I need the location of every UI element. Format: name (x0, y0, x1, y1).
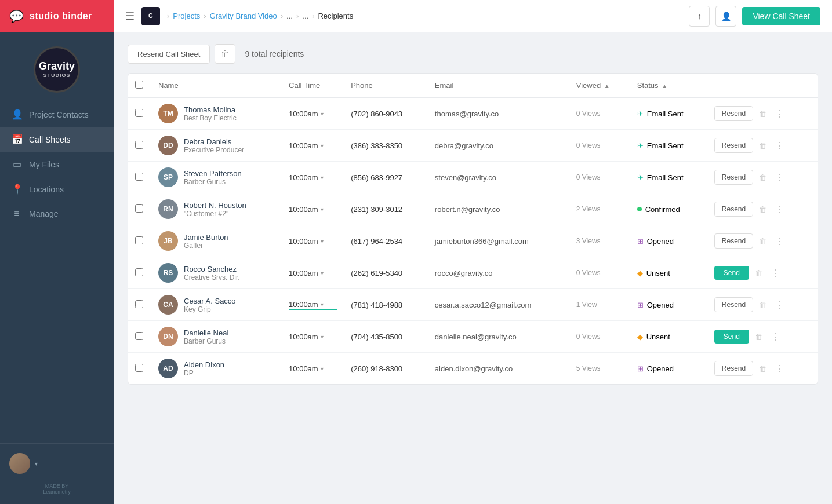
row-phone-9: (260) 918-8300 (351, 364, 402, 373)
row-avatar-7: CA (158, 295, 178, 315)
row-name-6: Rocco Sanchez (184, 265, 240, 273)
row-time-3[interactable]: 10:00am▾ (289, 173, 337, 182)
select-all-checkbox[interactable] (135, 81, 143, 89)
export-button[interactable]: ↑ (689, 6, 710, 27)
user-footer[interactable]: ▾ (0, 443, 114, 483)
sidebar-item-locations[interactable]: 📍 Locations (0, 177, 114, 202)
sidebar-item-call-sheets[interactable]: 📅 Call Sheets (0, 127, 114, 152)
row-time-1[interactable]: 10:00am▾ (289, 109, 337, 118)
row-delete-button-8[interactable]: 🗑 (753, 330, 765, 344)
sidebar-nav: 👤 Project Contacts 📅 Call Sheets ▭ My Fi… (0, 97, 114, 443)
row-status-cell: ✈Email Sent (630, 162, 707, 193)
table-header-row: Name Call Time Phone Email Viewed ▲ Stat… (128, 74, 818, 98)
row-phone-cell: (260) 918-8300 (344, 353, 428, 385)
recipients-table: Name Call Time Phone Email Viewed ▲ Stat… (128, 74, 818, 384)
row-delete-button-3[interactable]: 🗑 (757, 171, 769, 184)
row-person-cell: CA Cesar A. Sacco Key Grip (151, 289, 282, 321)
header-email: Email (428, 74, 569, 98)
resend-button-5[interactable]: Resend (714, 233, 753, 249)
row-delete-button-6[interactable]: 🗑 (753, 266, 765, 280)
row-email-5: jamieburton366@gmail.com (435, 237, 529, 246)
resend-button-4[interactable]: Resend (714, 202, 753, 217)
row-actions-cell: Resend 🗑 ⋮ (707, 98, 818, 130)
share-button[interactable]: 👤 (715, 6, 736, 27)
row-more-button-7[interactable]: ⋮ (772, 297, 786, 313)
main-content: ☰ G › Projects › Gravity Brand Video › .… (114, 0, 832, 504)
row-avatar-3: SP (158, 167, 178, 187)
header-actions (707, 74, 818, 98)
time-dropdown-icon: ▾ (321, 174, 324, 181)
row-time-7[interactable]: 10:00am▾ (289, 300, 337, 310)
row-delete-button-5[interactable]: 🗑 (757, 235, 769, 248)
resend-button-2[interactable]: Resend (714, 138, 753, 153)
send-button-6[interactable]: Send (714, 266, 749, 280)
row-more-button-2[interactable]: ⋮ (772, 138, 786, 154)
breadcrumb-project[interactable]: Gravity Brand Video (210, 12, 277, 20)
row-checkbox-6[interactable] (135, 268, 143, 276)
sidebar-item-project-contacts[interactable]: 👤 Project Contacts (0, 102, 114, 127)
row-person-cell: SP Steven Patterson Barber Gurus (151, 162, 282, 193)
row-checkbox-5[interactable] (135, 236, 143, 244)
row-more-button-4[interactable]: ⋮ (772, 202, 786, 217)
row-name-4: Robert N. Houston (184, 201, 246, 210)
row-delete-button-7[interactable]: 🗑 (757, 298, 769, 312)
row-more-button-1[interactable]: ⋮ (772, 106, 786, 122)
row-time-5[interactable]: 10:00am▾ (289, 237, 337, 246)
row-status-cell: ✈Email Sent (630, 98, 707, 130)
row-more-button-6[interactable]: ⋮ (768, 265, 782, 281)
table-row: AD Aiden Dixon DP 10:00am▾(260) 918-8300… (128, 353, 818, 385)
resend-button-3[interactable]: Resend (714, 170, 753, 185)
row-more-button-8[interactable]: ⋮ (768, 329, 782, 345)
row-time-9[interactable]: 10:00am▾ (289, 364, 337, 373)
row-checkbox-2[interactable] (135, 141, 143, 149)
row-time-6[interactable]: 10:00am▾ (289, 269, 337, 277)
row-checkbox-1[interactable] (135, 109, 143, 117)
row-time-4[interactable]: 10:00am▾ (289, 205, 337, 214)
delete-button[interactable]: 🗑 (215, 44, 235, 64)
row-name-8: Danielle Neal (184, 328, 228, 337)
resend-call-sheet-button[interactable]: Resend Call Sheet (128, 45, 210, 64)
email-sent-icon: ✈ (637, 109, 644, 118)
row-checkbox-3[interactable] (135, 173, 143, 181)
row-more-button-9[interactable]: ⋮ (772, 361, 786, 377)
row-delete-button-1[interactable]: 🗑 (757, 107, 769, 120)
send-button-8[interactable]: Send (714, 330, 749, 344)
row-delete-button-9[interactable]: 🗑 (757, 362, 769, 375)
row-checkbox-8[interactable] (135, 332, 143, 340)
row-more-button-5[interactable]: ⋮ (772, 233, 786, 249)
row-phone-cell: (702) 860-9043 (344, 98, 428, 130)
row-time-2[interactable]: 10:00am▾ (289, 141, 337, 150)
resend-button-7[interactable]: Resend (714, 297, 753, 312)
row-name-3: Steven Patterson (184, 169, 242, 178)
view-call-sheet-button[interactable]: View Call Sheet (742, 7, 820, 25)
breadcrumb-projects[interactable]: Projects (173, 12, 200, 20)
row-call-time-cell: 10:00am▾ (282, 193, 344, 225)
row-checkbox-9[interactable] (135, 364, 143, 372)
sidebar-item-manage[interactable]: ≡ Manage (0, 202, 114, 226)
row-views-cell: 0 Views (569, 130, 630, 162)
row-checkbox-7[interactable] (135, 300, 143, 308)
resend-button-1[interactable]: Resend (714, 106, 753, 121)
row-time-8[interactable]: 10:00am▾ (289, 333, 337, 341)
row-email-cell: rocco@gravity.co (428, 257, 569, 289)
resend-button-9[interactable]: Resend (714, 361, 753, 376)
sidebar-label-locations: Locations (29, 185, 64, 194)
row-more-button-3[interactable]: ⋮ (772, 170, 786, 185)
row-actions-cell: Resend 🗑 ⋮ (707, 130, 818, 162)
hamburger-icon[interactable]: ☰ (125, 10, 135, 23)
table-row: DN Danielle Neal Barber Gurus 10:00am▾(7… (128, 321, 818, 353)
row-checkbox-4[interactable] (135, 204, 143, 213)
row-person-cell: JB Jamie Burton Gaffer (151, 225, 282, 257)
status-label-8: Unsent (646, 333, 670, 341)
row-checkbox-cell (128, 289, 151, 321)
project-avatar: Gravity STUDIOS (34, 46, 80, 93)
viewed-sort-icon: ▲ (604, 83, 610, 89)
row-status-cell: ⊞Opened (630, 353, 707, 385)
unsent-icon: ◆ (637, 333, 643, 341)
row-delete-button-2[interactable]: 🗑 (757, 139, 769, 152)
row-delete-button-4[interactable]: 🗑 (757, 203, 769, 216)
table-row: SP Steven Patterson Barber Gurus 10:00am… (128, 162, 818, 193)
row-actions-cell: Send 🗑 ⋮ (707, 321, 818, 353)
row-call-time-cell: 10:00am▾ (282, 98, 344, 130)
sidebar-item-my-files[interactable]: ▭ My Files (0, 152, 114, 177)
